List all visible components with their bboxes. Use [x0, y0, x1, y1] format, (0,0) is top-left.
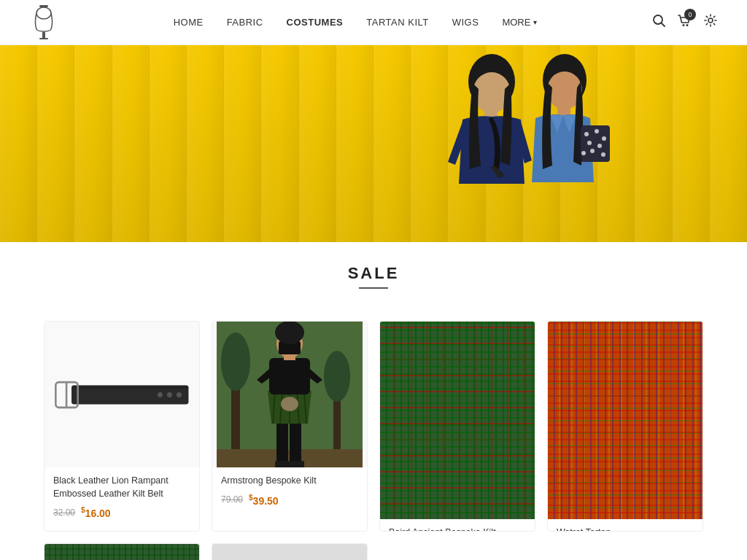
belt-image	[53, 365, 192, 424]
nav-costumes[interactable]: COSTUMES	[287, 17, 344, 28]
product-info: Black Leather Lion Rampant Embossed Leat…	[44, 467, 199, 519]
nav-wigs[interactable]: WIGS	[452, 17, 479, 28]
svg-point-22	[581, 151, 586, 155]
svg-point-6	[683, 24, 685, 26]
product-card[interactable]: Baird Ancient Bespoke Kilt 89.00 $44.50	[379, 321, 535, 532]
product-card[interactable]: Armstrong Bespoke Kilt 79.00 $39.50	[212, 321, 368, 532]
product-image	[212, 322, 367, 467]
svg-point-17	[595, 129, 599, 133]
svg-rect-3	[39, 38, 48, 39]
products-grid: Black Leather Lion Rampant Embossed Leat…	[0, 321, 747, 532]
product-prices: 79.00 $39.50	[221, 494, 358, 507]
cart-count-badge: 0	[684, 9, 696, 20]
header-icons: 0	[652, 13, 718, 31]
svg-rect-53	[290, 461, 304, 467]
svg-point-18	[602, 136, 606, 141]
chevron-down-icon: ▾	[533, 18, 537, 26]
svg-point-35	[324, 351, 350, 402]
sale-price: $39.50	[249, 494, 279, 507]
product-name: Watret Tartan	[557, 526, 694, 532]
svg-point-1	[36, 7, 51, 19]
logo-icon	[29, 4, 58, 41]
svg-point-21	[590, 149, 595, 153]
svg-point-28	[158, 392, 163, 397]
hero-banner	[0, 45, 747, 242]
hero-figures	[397, 52, 645, 242]
svg-point-19	[587, 141, 592, 145]
site-header: HOME FABRIC COSTUMES TARTAN KILT WIGS MO…	[0, 0, 747, 45]
product-card-partial[interactable]	[212, 543, 368, 560]
cart-button[interactable]: 0	[677, 13, 692, 31]
product-image	[380, 322, 535, 519]
product-info: Armstrong Bespoke Kilt 79.00 $39.50	[212, 467, 367, 506]
svg-point-30	[177, 392, 182, 397]
svg-line-5	[662, 23, 665, 26]
nav-more-dropdown[interactable]: MORE ▾	[502, 17, 537, 28]
product-info: Baird Ancient Bespoke Kilt 89.00 $44.50	[380, 519, 535, 532]
product-info: Watret Tartan 22.00 $11.00	[548, 519, 703, 532]
svg-point-16	[584, 132, 589, 136]
original-price: 32.00	[53, 508, 75, 518]
svg-rect-38	[290, 420, 301, 467]
sale-title: SALE	[44, 264, 703, 283]
product-card[interactable]: Black Leather Lion Rampant Embossed Leat…	[44, 321, 200, 532]
product-card-partial	[547, 543, 703, 560]
nav-home[interactable]: HOME	[174, 17, 204, 28]
product-name: Black Leather Lion Rampant Embossed Leat…	[53, 475, 190, 500]
search-icon	[652, 14, 665, 27]
products-grid-bottom	[0, 532, 747, 560]
svg-point-34	[221, 332, 250, 391]
svg-point-23	[601, 152, 605, 157]
sale-underline	[359, 287, 388, 289]
svg-point-7	[686, 24, 689, 26]
settings-icon	[703, 13, 718, 28]
svg-point-29	[167, 392, 172, 397]
product-image	[44, 322, 199, 467]
search-button[interactable]	[652, 14, 665, 31]
product-card-partial[interactable]	[44, 543, 200, 560]
logo[interactable]	[29, 4, 58, 41]
product-image	[548, 322, 703, 519]
svg-rect-37	[276, 420, 288, 467]
svg-rect-2	[42, 32, 45, 38]
svg-rect-52	[275, 461, 290, 467]
product-name: Baird Ancient Bespoke Kilt	[389, 526, 526, 532]
product-card[interactable]: Watret Tartan 22.00 $11.00	[547, 321, 703, 532]
product-name: Armstrong Bespoke Kilt	[221, 475, 358, 488]
original-price: 79.00	[221, 494, 243, 505]
svg-point-4	[654, 15, 662, 24]
svg-rect-25	[71, 385, 188, 389]
svg-point-51	[275, 322, 304, 344]
sale-price: $16.00	[81, 506, 111, 519]
settings-button[interactable]	[703, 13, 718, 31]
product-prices: 32.00 $16.00	[53, 506, 190, 519]
nav-fabric[interactable]: FABRIC	[227, 17, 263, 28]
sale-section: SALE	[0, 242, 747, 321]
svg-point-20	[597, 144, 602, 148]
main-nav: HOME FABRIC COSTUMES TARTAN KILT WIGS MO…	[174, 17, 538, 28]
svg-point-44	[281, 397, 298, 411]
svg-point-8	[708, 18, 713, 23]
nav-tartan-kilt[interactable]: TARTAN KILT	[366, 17, 428, 28]
product-card-partial	[379, 543, 535, 560]
